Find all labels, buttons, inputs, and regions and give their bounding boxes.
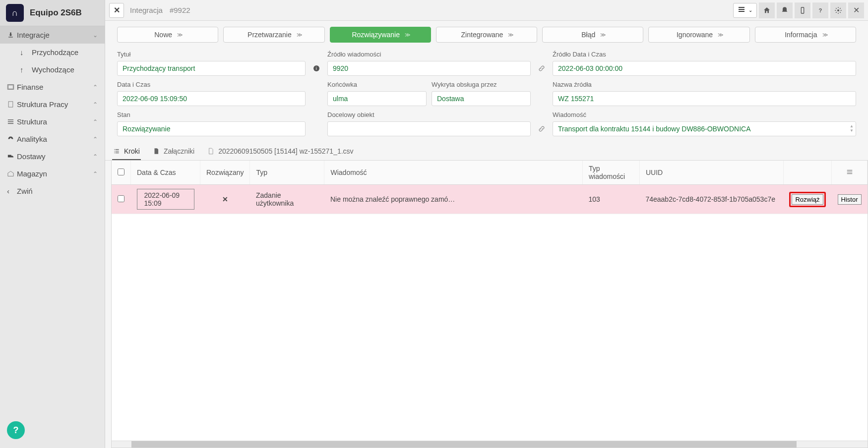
- label-docelowy: Docelowy obiekt: [327, 109, 531, 118]
- tabs-row: Kroki Załączniki 20220609150505 [15144] …: [105, 140, 868, 161]
- field-nazwa-zrodla[interactable]: WZ 155271: [553, 91, 856, 106]
- file-icon: [153, 148, 160, 155]
- status-przetwarzanie[interactable]: Przetwarzanie≫: [223, 27, 324, 43]
- status-label: Zintegrowane: [461, 31, 503, 39]
- field-wykryta[interactable]: Dostawa: [432, 91, 531, 106]
- double-chevron-icon: ≫: [177, 32, 181, 38]
- close-tab-button[interactable]: ✕: [109, 3, 124, 18]
- sidebar-item-analityka[interactable]: Analityka ⌃: [0, 130, 105, 148]
- select-all-checkbox[interactable]: [118, 168, 124, 175]
- label-wiadomosc: Wiadomość: [553, 109, 856, 118]
- help-button[interactable]: ?: [812, 2, 828, 18]
- sidebar-item-wychodzace[interactable]: ↑ Wychodzące: [13, 61, 105, 78]
- th-wiadomosc[interactable]: Wiadomość: [324, 161, 582, 185]
- home-button[interactable]: [759, 2, 775, 18]
- sidebar-item-finanse[interactable]: Finanse ⌃: [0, 78, 105, 96]
- chevron-up-icon: ⌃: [93, 101, 98, 108]
- status-rozwiazywanie[interactable]: Rozwiązywanie≫: [330, 27, 431, 43]
- sidebar-item-magazyn[interactable]: Magazyn ⌃: [0, 165, 105, 182]
- field-tytul[interactable]: Przychodzący transport: [117, 61, 306, 76]
- th-rozwiazany[interactable]: Rozwiązany: [200, 161, 250, 185]
- warehouse-icon: [7, 170, 17, 177]
- sidebar-item-dostawy[interactable]: Dostawy ⌃: [0, 148, 105, 165]
- close-window-button[interactable]: ✕: [848, 2, 864, 18]
- field-zrodlo-data[interactable]: 2022-06-03 00:00:00: [553, 61, 856, 76]
- tab-file[interactable]: 20220609150505 [15144] wz-155271_1.csv: [206, 144, 354, 160]
- tab-zalaczniki[interactable]: Załączniki: [152, 144, 195, 160]
- status-label: Nowe: [154, 31, 172, 39]
- sidebar-item-label: Wychodzące: [32, 65, 98, 74]
- th-menu[interactable]: [832, 161, 868, 185]
- horizontal-scrollbar[interactable]: [112, 441, 868, 448]
- brand: ∩ Equipo 2S6B: [0, 0, 105, 26]
- breadcrumb-id: #9922: [170, 6, 190, 14]
- link-icon[interactable]: [536, 61, 548, 76]
- sidebar-item-struktura-pracy[interactable]: Struktura Pracy ⌃: [0, 96, 105, 113]
- chevron-up-icon: ⌃: [93, 84, 98, 91]
- field-stan[interactable]: Rozwiązywanie: [117, 121, 306, 136]
- help-fab[interactable]: ?: [7, 421, 25, 439]
- sidebar-item-label: Struktura: [17, 117, 93, 126]
- label-zrodlo-wiadomosci: Źródło wiadomości: [327, 49, 531, 58]
- status-label: Przetwarzanie: [248, 31, 292, 39]
- info-icon[interactable]: i: [310, 61, 322, 76]
- row-checkbox[interactable]: [118, 195, 124, 202]
- sidebar-item-label: Magazyn: [17, 169, 93, 178]
- tab-kroki[interactable]: Kroki: [112, 144, 141, 160]
- view-menu-dropdown[interactable]: ⌄: [733, 3, 757, 18]
- chevron-left-icon: ‹: [7, 187, 17, 195]
- chevron-up-icon: ⌃: [93, 170, 98, 177]
- x-icon: ✕: [222, 195, 228, 203]
- th-uuid[interactable]: UUID: [639, 161, 783, 185]
- breadcrumb: Integracja #9922: [130, 6, 190, 14]
- sidebar-item-przychodzace[interactable]: ↓ Przychodzące: [13, 44, 105, 61]
- header: ✕ Integracja #9922 ⌄ ? ✕: [105, 0, 868, 21]
- th-typ[interactable]: Typ: [250, 161, 324, 185]
- cell-uuid: 74eaab2c-7cd8-4072-853f-1b705a053c7e: [639, 185, 783, 214]
- svg-rect-1: [801, 7, 804, 13]
- table-header-row: Data & Czas Rozwiązany Typ Wiadomość Typ…: [112, 161, 868, 185]
- field-wiadomosc[interactable]: Transport dla kontraktu 15144 i budowy D…: [553, 121, 856, 136]
- sidebar-item-label: Struktura Pracy: [17, 100, 93, 109]
- steps-table: Data & Czas Rozwiązany Typ Wiadomość Typ…: [112, 161, 868, 214]
- historia-button[interactable]: Histor: [838, 194, 862, 205]
- settings-button[interactable]: [830, 2, 846, 18]
- status-ignorowane[interactable]: Ignorowane≫: [648, 27, 749, 43]
- sidebar-item-label: Zwiń: [17, 187, 98, 195]
- money-icon: [7, 83, 17, 91]
- brand-logo-icon: ∩: [6, 4, 24, 22]
- field-koncowka[interactable]: ulma: [327, 91, 427, 106]
- notifications-button[interactable]: [777, 2, 793, 18]
- table-wrap: Data & Czas Rozwiązany Typ Wiadomość Typ…: [111, 161, 868, 448]
- list-icon: [113, 148, 120, 155]
- arrow-up-icon: ↑: [20, 65, 32, 74]
- arrow-down-icon: ↓: [20, 48, 32, 56]
- field-data-czas[interactable]: 2022-06-09 15:09:50: [117, 91, 306, 106]
- table-row[interactable]: 2022-06-09 15:09 ✕ Zadanie użytkownika N…: [112, 185, 868, 214]
- status-blad[interactable]: Błąd≫: [542, 27, 643, 43]
- status-nowe[interactable]: Nowe≫: [117, 27, 218, 43]
- sidebar-item-label: Integracje: [17, 31, 93, 39]
- link-icon[interactable]: [536, 121, 548, 136]
- status-label: Rozwiązywanie: [352, 31, 399, 39]
- brand-title: Equipo 2S6B: [30, 8, 82, 18]
- field-docelowy[interactable]: [327, 121, 531, 136]
- chevron-up-icon: ⌃: [93, 153, 98, 160]
- sidebar-item-struktura[interactable]: Struktura ⌃: [0, 113, 105, 130]
- field-zrodlo-wiadomosci[interactable]: 9920: [327, 61, 531, 76]
- rozwiaz-button[interactable]: Rozwiąż: [792, 194, 823, 205]
- status-informacja[interactable]: Informacja≫: [755, 27, 856, 43]
- th-typwiadomosci[interactable]: Typ wiadomości: [582, 161, 639, 185]
- sidebar-item-label: Analityka: [17, 135, 93, 143]
- sidebar-item-integracje[interactable]: Integracje ⌄: [0, 26, 105, 44]
- textarea-scroll-icon[interactable]: ▲▼: [850, 124, 854, 133]
- building-icon: [7, 101, 17, 108]
- tab-label: Załączniki: [164, 147, 194, 155]
- mobile-button[interactable]: [795, 2, 810, 18]
- label-nazwa-zrodla: Nazwa źródła: [553, 79, 856, 88]
- field-wiadomosc-text: Transport dla kontraktu 15144 i budowy D…: [558, 125, 751, 133]
- status-zintegrowane[interactable]: Zintegrowane≫: [436, 27, 537, 43]
- sidebar-item-zwin[interactable]: ‹ Zwiń: [0, 182, 105, 200]
- cell-date[interactable]: 2022-06-09 15:09: [137, 189, 194, 210]
- th-data[interactable]: Data & Czas: [131, 161, 200, 185]
